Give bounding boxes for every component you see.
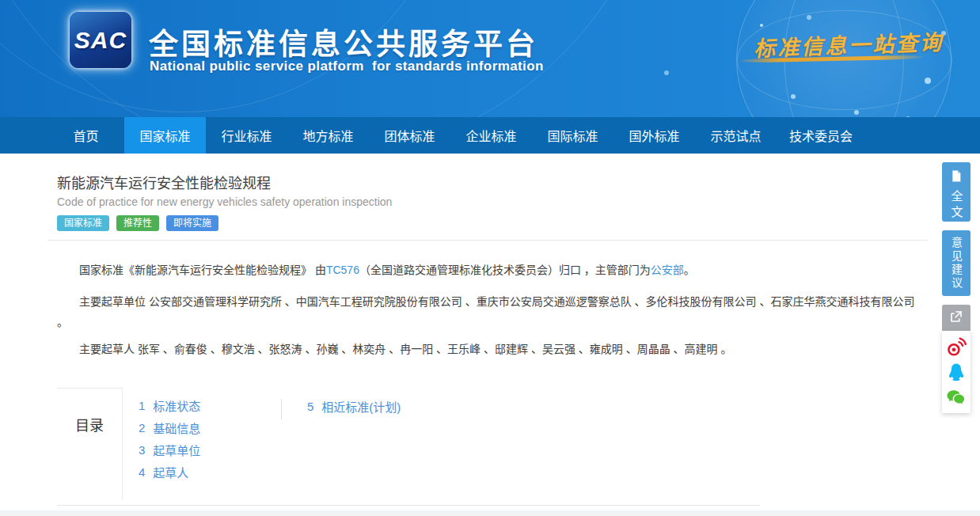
weibo-icon[interactable] [946, 336, 967, 357]
nav-item-technical-committees[interactable]: 技术委员会 [777, 117, 865, 154]
nav-item-foreign-standards[interactable]: 国外标准 [613, 117, 695, 154]
share-icon [949, 309, 963, 327]
toc-item-number: 3 [139, 443, 145, 457]
sac-logo[interactable]: SAC [70, 12, 131, 68]
sac-logo-text: SAC [74, 27, 127, 54]
badge-upcoming-implementation: 即将实施 [166, 215, 218, 231]
share-button[interactable] [942, 305, 971, 331]
toc-item-number: 2 [139, 421, 145, 434]
nav-item-industry-standards[interactable]: 行业标准 [206, 117, 287, 154]
toc-item-label: 起草人 [153, 464, 188, 480]
fulltext-label: 全文 [948, 190, 965, 222]
toc-section: 目录 1 标准状态 2 基础信息 3 起草单位 4 起草人 5 [57, 388, 760, 506]
badge-recommended: 推荐性 [116, 215, 159, 231]
toc-item-drafters[interactable]: 4 起草人 [139, 461, 200, 483]
drafting-units-paragraph: 主要起草单位 公安部交通管理科学研究所 、中国汽车工程研究院股份有限公司 、重庆… [57, 291, 928, 332]
toc-item-label: 标准状态 [153, 397, 200, 414]
toc-item-related-standards[interactable]: 5 相近标准(计划) [307, 395, 401, 417]
toc-item-label: 相近标准(计划) [321, 398, 401, 415]
nav-item-group-standards[interactable]: 团体标准 [369, 117, 450, 154]
toc-item-number: 5 [307, 400, 313, 413]
feedback-button[interactable]: 意见建议 [942, 230, 971, 296]
toc-item-label: 起草单位 [153, 442, 200, 458]
toc-label: 目录 [75, 414, 104, 434]
nav-item-home[interactable]: 首页 [47, 117, 124, 154]
intro-suffix: 。 [684, 264, 695, 276]
toc-column-2: 5 相近标准(计划) [307, 395, 401, 417]
bottom-strip [0, 510, 980, 516]
drafters-paragraph: 主要起草人 张军 、俞春俊 、穆文浩 、张怒涛 、孙巍 、林奕舟 、冉一阳 、王… [57, 339, 928, 359]
toc-item-number: 1 [139, 399, 145, 412]
badge-row: 国家标准 推荐性 即将实施 [57, 215, 218, 231]
nav-item-national-standards[interactable]: 国家标准 [124, 117, 206, 154]
toc-column-divider [281, 399, 282, 419]
toc-item-drafting-units[interactable]: 3 起草单位 [139, 438, 200, 461]
toc-item-basic-info[interactable]: 2 基础信息 [139, 416, 200, 438]
document-icon [950, 169, 963, 190]
spark-dots [760, 24, 763, 27]
site-header: SAC 全国标准信息公共服务平台 National public service… [0, 0, 980, 117]
qq-icon[interactable] [946, 362, 967, 382]
intro-paragraph: 国家标准《新能源汽车运行安全性能检验规程》 由TC576（全国道路交通管理标准化… [57, 260, 928, 280]
toc-item-number: 4 [139, 465, 145, 479]
standard-title-en: Code of practice for new energy vehicles… [57, 195, 392, 208]
badge-national-standard: 国家标准 [57, 215, 109, 231]
social-share-panel [942, 331, 971, 413]
nav-item-enterprise-standards[interactable]: 企业标准 [450, 117, 532, 154]
wechat-icon[interactable] [946, 388, 967, 408]
toc-item-standard-status[interactable]: 1 标准状态 [139, 394, 200, 416]
nav-item-international-standards[interactable]: 国际标准 [532, 117, 613, 154]
nav-item-local-standards[interactable]: 地方标准 [287, 117, 369, 154]
site-title: 全国标准信息公共服务平台 [149, 21, 538, 63]
intro-middle: （全国道路交通管理标准化技术委员会）归口 ，主管部门为 [359, 264, 651, 276]
toc-label-cell: 目录 [57, 388, 123, 500]
section-divider [47, 240, 928, 241]
feedback-label: 意见建议 [948, 237, 964, 290]
intro-prefix: 国家标准《新能源汽车运行安全性能检验规程》 由 [79, 264, 326, 276]
ministry-link[interactable]: 公安部 [651, 264, 684, 276]
toc-item-label: 基础信息 [153, 419, 200, 436]
main-nav: 首页 国家标准 行业标准 地方标准 团体标准 企业标准 国际标准 国外标准 示范… [0, 117, 980, 154]
nav-item-pilot-programs[interactable]: 示范试点 [695, 117, 777, 154]
page: SAC 全国标准信息公共服务平台 National public service… [0, 0, 980, 516]
tc576-link[interactable]: TC576 [326, 264, 359, 276]
fulltext-button[interactable]: 全文 [942, 162, 971, 222]
toc-column-1: 1 标准状态 2 基础信息 3 起草单位 4 起草人 [139, 394, 200, 483]
site-subtitle: National public service platform for sta… [150, 59, 544, 74]
standard-title-cn: 新能源汽车运行安全性能检验规程 [57, 172, 271, 192]
